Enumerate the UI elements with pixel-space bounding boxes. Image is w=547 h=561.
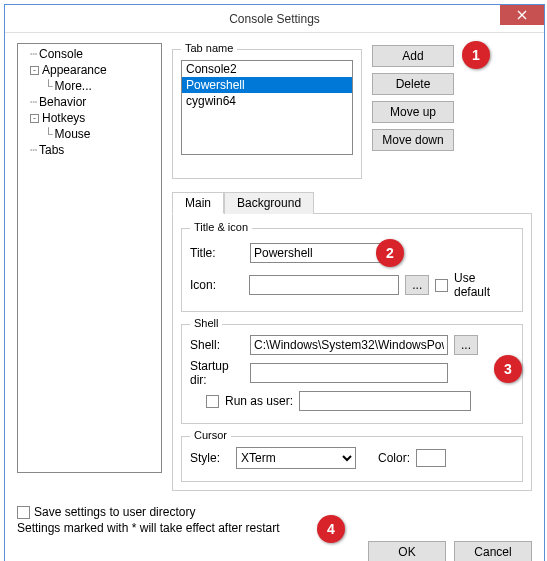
icon-input[interactable]: [249, 275, 399, 295]
tabname-list[interactable]: Console2 Powershell cygwin64: [181, 60, 353, 155]
icon-label: Icon:: [190, 278, 243, 292]
tree-item-tabs[interactable]: ┄Tabs: [22, 142, 157, 158]
title-label: Title:: [190, 246, 244, 260]
icon-browse-button[interactable]: ...: [405, 275, 429, 295]
button-column: Add Delete Move up Move down 1: [372, 43, 454, 179]
use-default-checkbox[interactable]: [435, 279, 448, 292]
close-icon: [517, 10, 527, 20]
shell-input[interactable]: [250, 335, 448, 355]
startup-label: Startup dir:: [190, 359, 244, 387]
startup-input[interactable]: [250, 363, 448, 383]
tree-item-appearance[interactable]: -Appearance: [22, 62, 157, 78]
shell-browse-button[interactable]: ...: [454, 335, 478, 355]
cancel-button[interactable]: Cancel: [454, 541, 532, 561]
tab-strip: Main Background: [172, 191, 532, 214]
tabname-legend: Tab name: [181, 42, 237, 54]
delete-button[interactable]: Delete: [372, 73, 454, 95]
movedown-button[interactable]: Move down: [372, 129, 454, 151]
collapse-icon[interactable]: -: [30, 114, 39, 123]
annotation-badge-4: 4: [317, 515, 345, 543]
title-icon-group: Title & icon Title: 2 Icon: ... Use defa…: [181, 228, 523, 312]
run-as-user-checkbox[interactable]: [206, 395, 219, 408]
shell-label: Shell:: [190, 338, 244, 352]
category-tree[interactable]: ┄Console -Appearance └More... ┄Behavior …: [17, 43, 162, 473]
color-swatch[interactable]: [416, 449, 446, 467]
style-select[interactable]: XTerm: [236, 447, 356, 469]
style-label: Style:: [190, 451, 230, 465]
moveup-button[interactable]: Move up: [372, 101, 454, 123]
save-settings-checkbox[interactable]: [17, 506, 30, 519]
list-item[interactable]: cygwin64: [182, 93, 352, 109]
tabname-group: Tab name Console2 Powershell cygwin64: [172, 49, 362, 179]
cursor-group: Cursor Style: XTerm Color:: [181, 436, 523, 482]
close-button[interactable]: [500, 5, 544, 25]
run-as-user-input[interactable]: [299, 391, 471, 411]
save-settings-label: Save settings to user directory: [34, 505, 195, 519]
tab-panel-main: Title & icon Title: 2 Icon: ... Use defa…: [172, 214, 532, 491]
tab-background[interactable]: Background: [224, 192, 314, 214]
settings-window: Console Settings ┄Console -Appearance └M…: [4, 4, 545, 561]
tree-item-console[interactable]: ┄Console: [22, 46, 157, 62]
shell-group: Shell Shell: ... Startup dir: 3: [181, 324, 523, 424]
add-button[interactable]: Add: [372, 45, 454, 67]
annotation-badge-2: 2: [376, 239, 404, 267]
tab-main[interactable]: Main: [172, 192, 224, 214]
annotation-badge-3: 3: [494, 355, 522, 383]
collapse-icon[interactable]: -: [30, 66, 39, 75]
titlebar: Console Settings: [5, 5, 544, 33]
color-label: Color:: [378, 451, 410, 465]
use-default-label: Use default: [454, 271, 514, 299]
restart-note: Settings marked with * will take effect …: [17, 521, 280, 535]
annotation-badge-1: 1: [462, 41, 490, 69]
window-title: Console Settings: [229, 12, 320, 26]
list-item[interactable]: Powershell: [182, 77, 352, 93]
tree-item-mouse[interactable]: └Mouse: [22, 126, 157, 142]
tree-item-hotkeys[interactable]: -Hotkeys: [22, 110, 157, 126]
ok-button[interactable]: OK: [368, 541, 446, 561]
tree-item-more[interactable]: └More...: [22, 78, 157, 94]
run-as-user-label: Run as user:: [225, 394, 293, 408]
tree-item-behavior[interactable]: ┄Behavior: [22, 94, 157, 110]
list-item[interactable]: Console2: [182, 61, 352, 77]
footer: Save settings to user directory Settings…: [5, 499, 544, 561]
